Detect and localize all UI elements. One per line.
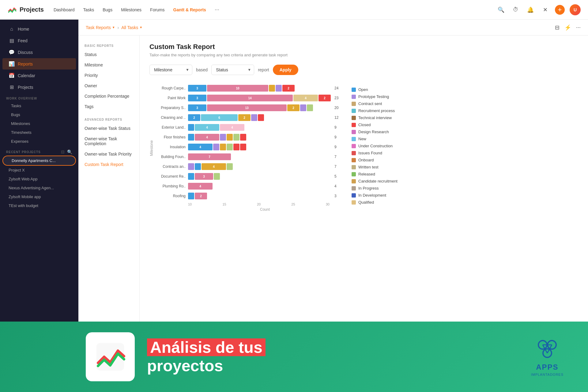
sidebar-project-nexus[interactable]: Nexus Advertising Agen... [0, 183, 78, 192]
y-axis-label: Milestone [149, 140, 154, 156]
nav-milestones[interactable]: Milestones [121, 7, 141, 12]
add-button[interactable]: + [555, 5, 565, 15]
reports-nav-owner-completion[interactable]: Owner-wise Task Completion [78, 134, 139, 149]
brand-name: Projects [20, 6, 44, 13]
legend-color-dot [352, 151, 356, 155]
criterion2-select[interactable]: Status [211, 65, 254, 75]
nav-bugs[interactable]: Bugs [103, 7, 112, 12]
bar-segment: 4 [195, 134, 219, 141]
nav-more-icon[interactable]: ··· [215, 6, 219, 13]
reports-nav-custom[interactable]: Custom Task Report [78, 159, 139, 170]
reports-nav-milestone[interactable]: Milestone [78, 60, 139, 70]
bar-segment [213, 144, 219, 150]
layout-icon[interactable]: ⊟ [555, 24, 560, 31]
sidebar-item-bugs[interactable]: Bugs [0, 110, 78, 119]
nav-tasks[interactable]: Tasks [83, 7, 94, 12]
breadcrumb-parent[interactable]: Task Reports ▼ [86, 25, 115, 30]
legend-color-dot [352, 193, 356, 198]
bar-track: 3 [188, 173, 331, 180]
chart-row-label: Building Foun.. [155, 155, 186, 159]
reports-nav-owner[interactable]: Owner [78, 81, 139, 91]
sidebar-item-reports[interactable]: 📊 Reports [2, 58, 76, 70]
reports-nav-owner-priority[interactable]: Owner-wise Task Priority [78, 149, 139, 159]
legend-item: Open [352, 87, 407, 92]
chart-row: Paint Work3144223 [155, 95, 342, 101]
legend-label: Written test [358, 165, 379, 169]
x-tick: 25 [291, 202, 295, 206]
filter-icon[interactable]: ⊟ [61, 149, 65, 154]
chart-row: Cleaning and ..26212 [155, 114, 342, 121]
sidebar-item-tasks[interactable]: Tasks [0, 101, 78, 110]
sidebar-item-projects[interactable]: ⊞ Projects [2, 81, 76, 93]
sidebar-project-zylsoft-mobile[interactable]: Zylsoft Mobile app [0, 192, 78, 201]
bar-segment: 2 [282, 85, 295, 92]
breadcrumb-current[interactable]: All Tasks ▼ [121, 25, 142, 30]
apply-button[interactable]: Apply [273, 65, 298, 75]
criterion1-select[interactable]: Milestone [149, 65, 192, 75]
search-projects-icon[interactable]: 🔍 [67, 149, 72, 154]
user-avatar[interactable]: U [570, 4, 581, 15]
chart-row-count: 7 [334, 155, 342, 159]
bar-segment [220, 134, 226, 141]
sidebar-item-calendar[interactable]: 📅 Calendar [2, 70, 76, 81]
sidebar-project-zylsoft-web[interactable]: Zylsoft Web App [0, 175, 78, 183]
bar-track: 4 [188, 134, 331, 141]
filter-icon[interactable]: ⚡ [564, 24, 571, 31]
nav-dashboard[interactable]: Dashboard [54, 7, 75, 12]
bar-segment [240, 134, 246, 141]
sidebar-project-donnelly[interactable]: Donnelly Apartments C... [2, 156, 76, 166]
legend-label: Technical interview [358, 115, 392, 120]
search-icon[interactable]: 🔍 [496, 5, 506, 15]
sidebar-item-expenses[interactable]: Expenses [0, 137, 78, 146]
sidebar-item-home[interactable]: ⌂ Home [2, 24, 76, 35]
nav-forums[interactable]: Forums [150, 7, 164, 12]
x-tick: 30 [326, 202, 330, 206]
legend-color-dot [352, 186, 356, 190]
chart-row-label: Plumbing Ro.. [155, 184, 186, 188]
report-subtitle: Tailor-make the reports by comparing any… [149, 53, 578, 57]
legend-item: Onboard [352, 158, 407, 162]
timer-icon[interactable]: ⏱ [511, 5, 521, 15]
chart-row: Document Re..35 [155, 173, 342, 180]
sidebar-project-test[interactable]: TEst with budget [0, 201, 78, 210]
chart-row-count: 9 [334, 125, 342, 130]
chart-with-y-axis: Milestone Rough Carpe..310224Paint Work3… [149, 85, 342, 212]
reports-nav-tags[interactable]: Tags [78, 101, 139, 112]
chart-row-label: Document Re.. [155, 174, 186, 179]
reports-nav-owner-status[interactable]: Owner-wise Task Status [78, 123, 139, 134]
sidebar-item-milestones[interactable]: Milestones [0, 119, 78, 128]
sidebar-item-timesheets[interactable]: Timesheets [0, 128, 78, 137]
legend-label: Closed [358, 123, 371, 127]
bar-track: 3102 [188, 85, 331, 92]
legend-label: Recruitment process [358, 108, 395, 113]
reports-nav-status[interactable]: Status [78, 49, 139, 60]
bar-track: 2 [188, 193, 331, 199]
chart-legend: OpenPrototype TestingContract sentRecrui… [352, 85, 407, 205]
legend-color-dot [352, 109, 356, 113]
bar-segment [220, 144, 226, 150]
brand[interactable]: Projects [7, 5, 44, 15]
chart-row-label: Contracts an.. [155, 164, 186, 169]
nav-gantt-reports[interactable]: Gantt & Reports [173, 7, 206, 12]
based-text: based [196, 67, 208, 72]
more-options-icon[interactable]: ··· [576, 24, 581, 31]
sidebar-item-feed[interactable]: ▤ Feed [2, 35, 76, 46]
bell-icon[interactable]: 🔔 [526, 5, 535, 15]
legend-item: In Development [352, 193, 407, 198]
bar-segment [188, 193, 194, 199]
legend-label: In Progress [358, 186, 379, 190]
bar-segment: 3 [188, 104, 206, 111]
legend-color-dot [352, 200, 356, 205]
overlay-logo-box [86, 332, 135, 381]
reports-nav-completion[interactable]: Completion Percentage [78, 91, 139, 101]
overlay-text-line2: proyectos [147, 357, 223, 375]
top-nav-right: 🔍 ⏱ 🔔 ✕ + U [496, 4, 581, 15]
legend-color-dot [352, 144, 356, 148]
reports-nav-priority[interactable]: Priority [78, 70, 139, 81]
sidebar-project-x[interactable]: Project X [0, 166, 78, 175]
recent-icons: ⊟ 🔍 [61, 149, 72, 154]
close-icon[interactable]: ✕ [540, 5, 550, 15]
legend-color-dot [352, 172, 356, 176]
bar-segment [188, 124, 194, 131]
sidebar-item-discuss[interactable]: 💬 Discuss [2, 47, 76, 58]
